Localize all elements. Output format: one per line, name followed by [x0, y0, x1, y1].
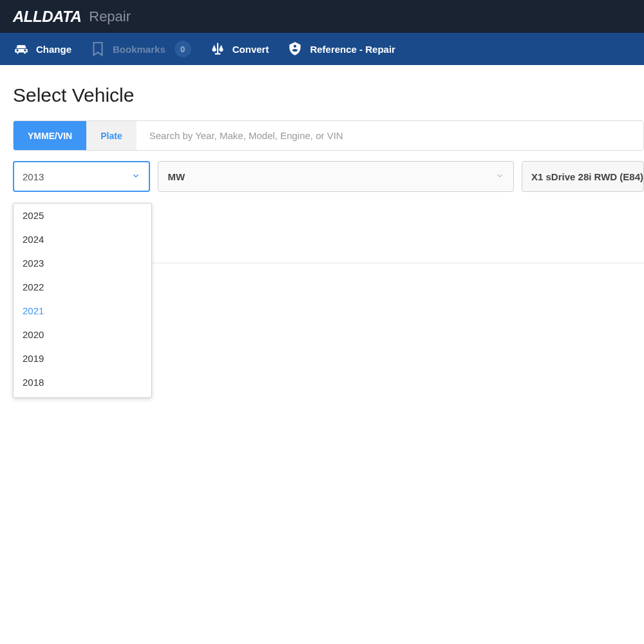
logo: ALLDATA — [13, 8, 81, 26]
nav-bar: Change Bookmarks 0 Convert Reference - R… — [0, 33, 644, 65]
search-input[interactable] — [137, 121, 643, 150]
year-option[interactable]: 2024 — [14, 227, 151, 251]
nav-reference[interactable]: Reference - Repair — [287, 42, 395, 56]
bookmark-icon — [90, 42, 106, 56]
content: Select Vehicle YMME/VIN Plate 2013 MW X1… — [0, 65, 644, 263]
year-option[interactable]: 2022 — [14, 275, 151, 299]
search-row: YMME/VIN Plate — [13, 120, 644, 151]
bookmarks-badge: 0 — [175, 41, 191, 57]
year-option[interactable]: 2023 — [14, 251, 151, 275]
model-value: X1 sDrive 28i RWD (E84) — [531, 171, 643, 182]
year-option[interactable]: 2018 — [14, 370, 151, 394]
nav-convert-label: Convert — [232, 44, 269, 55]
year-option[interactable]: 2025 — [14, 204, 151, 227]
reference-icon — [287, 42, 303, 56]
tab-plate[interactable]: Plate — [86, 121, 136, 150]
year-value: 2013 — [23, 171, 44, 182]
make-value: MW — [167, 171, 185, 182]
year-options-list[interactable]: 20252024202320222021202020192018 — [13, 203, 152, 398]
scale-icon — [209, 42, 226, 56]
year-option[interactable]: 2021 — [14, 299, 151, 323]
year-option[interactable]: 2019 — [14, 346, 151, 370]
year-dropdown[interactable]: 2013 — [13, 161, 150, 192]
nav-convert[interactable]: Convert — [209, 42, 269, 56]
nav-change[interactable]: Change — [13, 42, 71, 56]
tab-ymme[interactable]: YMME/VIN — [14, 121, 86, 150]
make-dropdown[interactable]: MW — [158, 161, 514, 192]
model-dropdown[interactable]: X1 sDrive 28i RWD (E84) — [522, 161, 644, 192]
selectors-row: 2013 MW X1 sDrive 28i RWD (E84) 20252024… — [13, 161, 644, 192]
nav-reference-label: Reference - Repair — [310, 44, 395, 55]
year-option[interactable]: 2020 — [14, 323, 151, 346]
nav-bookmarks[interactable]: Bookmarks 0 — [90, 41, 191, 57]
section-label: Repair — [89, 8, 131, 25]
page-title: Select Vehicle — [13, 84, 644, 106]
chevron-down-icon — [495, 171, 504, 182]
car-icon — [13, 42, 30, 56]
chevron-down-icon — [131, 171, 140, 182]
nav-change-label: Change — [36, 44, 71, 55]
nav-bookmarks-label: Bookmarks — [113, 44, 166, 55]
top-header: ALLDATA Repair — [0, 0, 644, 33]
